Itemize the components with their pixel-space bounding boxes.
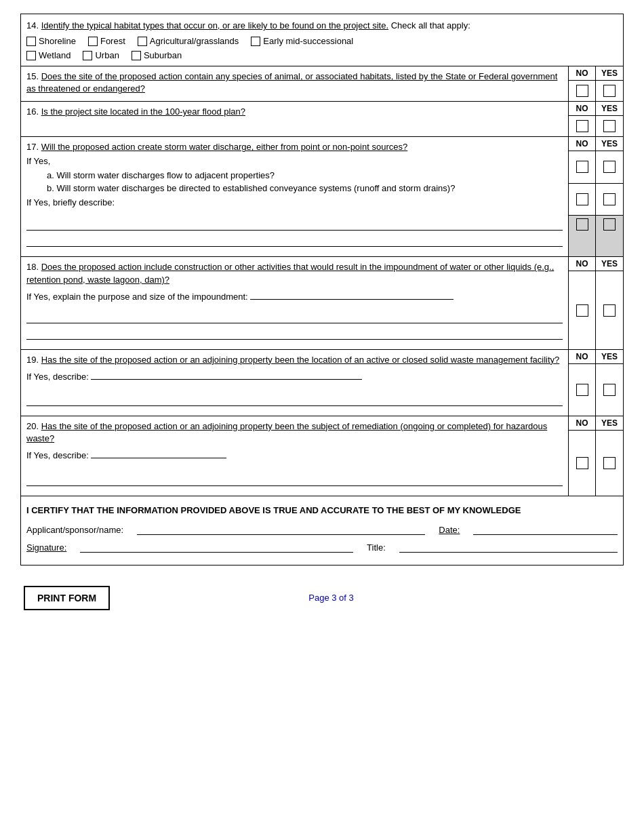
q17-a-no-box[interactable] — [569, 184, 596, 216]
checkbox-wetland-box[interactable] — [26, 51, 36, 60]
q16-no-yes: NO YES — [569, 102, 623, 136]
q17-a-yes-box[interactable] — [596, 184, 623, 216]
date-label: Date: — [439, 525, 460, 535]
q17-b-no-checkbox[interactable] — [576, 218, 588, 231]
q20-no-checkbox[interactable] — [576, 457, 588, 469]
q14-number: 14. — [26, 20, 39, 31]
q19-describe-inline[interactable] — [91, 369, 362, 380]
q18-explain-line-2[interactable] — [26, 329, 563, 340]
q17-describe-line-2[interactable] — [26, 236, 563, 247]
q16-no-checkbox[interactable] — [576, 120, 588, 132]
q20-yes-checkbox[interactable] — [603, 457, 616, 469]
q19-yes-box[interactable] — [596, 364, 623, 416]
checkbox-early-mid[interactable]: Early mid-successional — [251, 36, 353, 46]
q20-describe-inline[interactable] — [91, 448, 226, 458]
q19-describe-line[interactable] — [26, 395, 563, 406]
checkbox-wetland[interactable]: Wetland — [26, 50, 71, 60]
checkbox-forest[interactable]: Forest — [88, 36, 125, 46]
q20-yes-box[interactable] — [596, 431, 623, 496]
q16-text: 16. Is the project site located in the 1… — [26, 106, 563, 118]
q18-explain-inline-line[interactable] — [250, 289, 454, 300]
q18-no-checkbox[interactable] — [576, 304, 588, 317]
checkbox-agricultural[interactable]: Agricultural/grasslands — [138, 36, 239, 46]
q18-explain-line-1[interactable] — [26, 313, 563, 323]
print-button[interactable]: PRINT FORM — [24, 586, 110, 610]
q16-yes-box[interactable] — [596, 116, 623, 136]
q14-body: 14. Identify the typical habitat types t… — [21, 14, 623, 66]
q17-b-yes-box[interactable] — [596, 216, 623, 256]
q18-yes-label: YES — [596, 257, 623, 271]
q15-header: NO YES — [569, 66, 623, 81]
q17-no-yes: NO YES — [569, 137, 623, 256]
checkbox-urban[interactable]: Urban — [83, 50, 119, 60]
q19-number: 19. — [26, 355, 39, 365]
date-line[interactable] — [473, 524, 618, 535]
q14-checkboxes-row1: Shoreline Forest Agricultural/grasslands… — [26, 36, 618, 46]
q16-underline: Is the project site located in the 100-y… — [41, 106, 245, 117]
q17-header: NO YES — [569, 137, 623, 151]
checkbox-agricultural-label: Agricultural/grasslands — [150, 36, 239, 46]
q15-boxes — [569, 81, 623, 101]
q15-no-box[interactable] — [569, 81, 596, 101]
q19-boxes — [569, 364, 623, 416]
checkbox-shoreline-box[interactable] — [26, 37, 36, 46]
q16-no-label: NO — [569, 102, 596, 115]
q17-no-checkbox[interactable] — [576, 161, 588, 173]
q19-no-label: NO — [569, 350, 596, 363]
applicant-row: Applicant/sponsor/name: Date: — [26, 524, 618, 535]
applicant-label: Applicant/sponsor/name: — [26, 525, 123, 535]
q18-yes-box[interactable] — [596, 271, 623, 349]
q15-underline: Does the site of the proposed action con… — [26, 71, 557, 94]
checkbox-forest-box[interactable] — [88, 37, 98, 46]
q16-yes-checkbox[interactable] — [603, 120, 616, 132]
checkbox-early-mid-box[interactable] — [251, 37, 260, 46]
checkbox-shoreline[interactable]: Shoreline — [26, 36, 76, 46]
q17-underline: Will the proposed action create storm wa… — [41, 142, 407, 152]
q15-yes-box[interactable] — [596, 81, 623, 101]
checkbox-forest-label: Forest — [100, 36, 125, 46]
certification-section: I CERTIFY THAT THE INFORMATION PROVIDED … — [21, 496, 623, 564]
q17-if-yes: If Yes, — [26, 156, 563, 166]
q17-boxes-b — [569, 216, 623, 256]
q15-no-checkbox[interactable] — [576, 85, 588, 97]
q17-yes-box[interactable] — [596, 151, 623, 183]
checkbox-suburban-box[interactable] — [132, 51, 141, 60]
q20-describe-line[interactable] — [26, 475, 563, 486]
checkbox-urban-box[interactable] — [83, 51, 92, 60]
q14-text: 14. Identify the typical habitat types t… — [26, 20, 618, 32]
q19-if-yes: If Yes, describe: — [26, 369, 563, 382]
cert-title: I CERTIFY THAT THE INFORMATION PROVIDED … — [26, 504, 618, 517]
q15-yes-checkbox[interactable] — [603, 85, 616, 97]
q17-yes-checkbox[interactable] — [603, 161, 616, 173]
q16-no-box[interactable] — [569, 116, 596, 136]
q17-no-box[interactable] — [569, 151, 596, 183]
q14-underline: Identify the typical habitat types that … — [41, 20, 388, 31]
q17-sub-b: b. Will storm water discharges be direct… — [47, 183, 563, 193]
q18-no-box[interactable] — [569, 271, 596, 349]
q20-no-yes: NO YES — [569, 416, 623, 496]
q19-no-box[interactable] — [569, 364, 596, 416]
title-line[interactable] — [399, 542, 618, 553]
q19-text: 19. Has the site of the proposed action … — [26, 354, 563, 366]
q17-describe-line-1[interactable] — [26, 220, 563, 231]
q17-b-yes-checkbox[interactable] — [603, 218, 616, 231]
section-14: 14. Identify the typical habitat types t… — [21, 14, 623, 66]
q17-no-label: NO — [569, 137, 596, 151]
q20-no-box[interactable] — [569, 431, 596, 496]
form-outer: 14. Identify the typical habitat types t… — [20, 14, 624, 565]
checkbox-agricultural-box[interactable] — [138, 37, 147, 46]
q17-a-no-checkbox[interactable] — [576, 193, 588, 205]
q19-no-checkbox[interactable] — [576, 384, 588, 396]
q17-b-no-box[interactable] — [569, 216, 596, 256]
q19-if-yes-text: If Yes, describe: — [26, 372, 89, 382]
checkbox-urban-label: Urban — [95, 50, 119, 60]
footer: PRINT FORM Page 3 of 3 — [20, 586, 624, 610]
applicant-line[interactable] — [137, 524, 425, 535]
checkbox-suburban[interactable]: Suburban — [132, 50, 182, 60]
section-20: 20. Has the site of the proposed action … — [21, 416, 623, 496]
q14-checkboxes-row2: Wetland Urban Suburban — [26, 50, 618, 60]
q18-yes-checkbox[interactable] — [603, 304, 616, 317]
q19-yes-checkbox[interactable] — [603, 384, 616, 396]
signature-line[interactable] — [80, 542, 353, 553]
q17-a-yes-checkbox[interactable] — [603, 193, 616, 205]
